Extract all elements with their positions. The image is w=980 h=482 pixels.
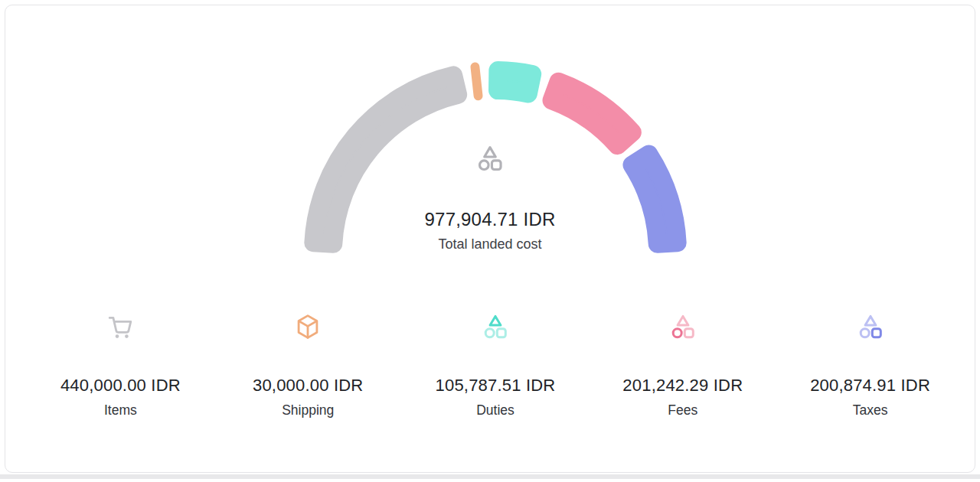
landed-cost-gauge-chart	[5, 5, 975, 288]
breakdown-label: Fees	[589, 404, 776, 418]
breakdown-item-items: 440,000.00 IDRItems	[27, 313, 214, 418]
landed-cost-card: 977,904.71 IDR Total landed cost 440,000…	[5, 5, 975, 473]
breakdown-item-duties: 105,787.51 IDRDuties	[402, 313, 590, 418]
shapes-icon	[857, 313, 884, 326]
breakdown-value: 200,874.91 IDR	[776, 377, 964, 394]
breakdown-item-shipping: 30,000.00 IDRShipping	[214, 313, 402, 418]
gauge-segment-fees	[552, 82, 632, 145]
cost-breakdown-row: 440,000.00 IDRItems 30,000.00 IDRShippin…	[27, 313, 964, 418]
gauge-segment-taxes	[632, 155, 677, 244]
breakdown-value: 30,000.00 IDR	[214, 377, 402, 394]
gauge-segment-duties	[498, 70, 532, 93]
breakdown-label: Duties	[402, 404, 590, 418]
breakdown-value: 440,000.00 IDR	[27, 377, 214, 394]
breakdown-value: 105,787.51 IDR	[402, 377, 590, 394]
gauge-segment-items	[313, 75, 458, 243]
shapes-icon	[482, 313, 509, 326]
breakdown-label: Items	[27, 404, 214, 418]
breakdown-value: 201,242.29 IDR	[589, 377, 776, 394]
gauge-segment-shipping	[475, 67, 478, 96]
bottom-strip	[0, 474, 980, 479]
shapes-icon	[669, 313, 697, 326]
breakdown-item-fees: 201,242.29 IDRFees	[589, 313, 776, 418]
breakdown-label: Taxes	[776, 404, 964, 418]
box-icon	[294, 313, 322, 326]
cart-icon	[106, 313, 134, 326]
breakdown-label: Shipping	[214, 404, 402, 418]
breakdown-item-taxes: 200,874.91 IDRTaxes	[776, 313, 964, 418]
